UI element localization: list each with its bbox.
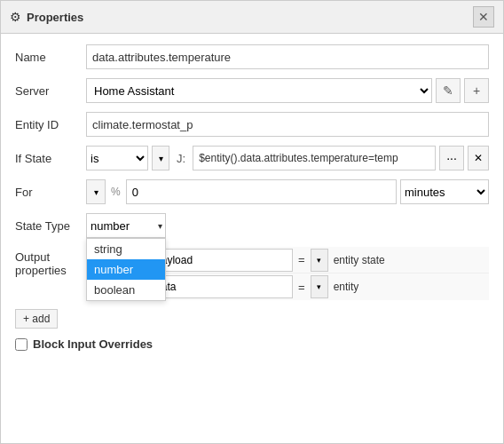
name-label: Name bbox=[15, 51, 86, 64]
block-input-label: Block Input Overrides bbox=[33, 337, 153, 351]
entity-id-label: Entity ID bbox=[15, 118, 86, 131]
panel-header: ⚙ Properties ✕ bbox=[1, 1, 503, 34]
for-arrow-button[interactable]: ▾ bbox=[86, 179, 106, 204]
if-state-row: If State is ▾ J: ··· ✕ bbox=[15, 146, 489, 170]
entity-text-1: entity state bbox=[328, 254, 390, 266]
entity-id-row: Entity ID bbox=[15, 112, 489, 137]
entity-text-2: entity bbox=[328, 281, 365, 293]
state-type-row: State Type number string number boolean bbox=[15, 213, 489, 238]
state-type-container: number string number boolean bbox=[86, 213, 166, 238]
name-input[interactable] bbox=[86, 44, 489, 69]
block-input-label-bold: Input Overrides bbox=[67, 337, 153, 351]
state-type-wrapper: number bbox=[86, 213, 166, 238]
add-button[interactable]: + add bbox=[15, 309, 58, 329]
if-state-more-button[interactable]: ··· bbox=[439, 146, 464, 170]
state-type-select[interactable]: number bbox=[86, 213, 166, 238]
msg-field-2[interactable] bbox=[151, 275, 293, 298]
server-controls: Home Assistant ✎ + bbox=[86, 78, 489, 103]
panel-body: Name Server Home Assistant ✎ + Entity ID… bbox=[1, 34, 503, 361]
properties-panel: ⚙ Properties ✕ Name Server Home Assistan… bbox=[0, 0, 504, 444]
equals-2: = bbox=[293, 281, 311, 294]
if-state-expression-input[interactable] bbox=[193, 146, 436, 170]
for-unit-select[interactable]: minutes bbox=[400, 179, 489, 204]
state-type-dropdown: string number boolean bbox=[86, 238, 166, 301]
if-state-j-symbol: J: bbox=[173, 152, 189, 165]
if-state-clear-button[interactable]: ✕ bbox=[468, 146, 489, 170]
block-input-checkbox[interactable] bbox=[15, 338, 28, 351]
if-state-arrow-down[interactable]: ▾ bbox=[152, 146, 169, 170]
msg-field-1[interactable] bbox=[151, 249, 293, 272]
for-row: For ▾ % minutes bbox=[15, 179, 489, 204]
if-state-controls: is ▾ J: ··· ✕ bbox=[86, 146, 489, 170]
for-label: For bbox=[15, 186, 86, 199]
server-row: Server Home Assistant ✎ + bbox=[15, 78, 489, 103]
if-state-label: If State bbox=[15, 152, 86, 165]
state-type-label: State Type bbox=[15, 219, 86, 233]
entity-arrow-2[interactable]: ▾ bbox=[311, 275, 328, 298]
server-label: Server bbox=[15, 84, 86, 98]
for-input[interactable] bbox=[126, 179, 397, 204]
server-select[interactable]: Home Assistant bbox=[86, 78, 432, 103]
state-type-option-string[interactable]: string bbox=[87, 239, 165, 259]
equals-1: = bbox=[293, 253, 311, 266]
entity-cell-2: ▾ entity bbox=[311, 275, 489, 298]
add-row: + add bbox=[15, 309, 489, 329]
for-controls: ▾ % minutes bbox=[86, 179, 489, 204]
entity-id-input[interactable] bbox=[86, 112, 489, 137]
panel-close-button[interactable]: ✕ bbox=[473, 6, 494, 28]
name-row: Name bbox=[15, 44, 489, 69]
server-add-button[interactable]: + bbox=[464, 78, 489, 103]
server-edit-button[interactable]: ✎ bbox=[436, 78, 461, 103]
block-input-row: Block Input Overrides bbox=[15, 337, 489, 351]
gear-icon: ⚙ bbox=[10, 10, 21, 24]
output-properties-label: Output properties bbox=[15, 247, 86, 277]
panel-title: Properties bbox=[27, 11, 83, 24]
panel-header-left: ⚙ Properties bbox=[10, 10, 83, 24]
percent-symbol: % bbox=[109, 186, 122, 198]
if-state-operator-select[interactable]: is bbox=[86, 146, 148, 170]
entity-arrow-1[interactable]: ▾ bbox=[311, 249, 328, 272]
state-type-option-number[interactable]: number bbox=[87, 259, 165, 280]
entity-cell-1: ▾ entity state bbox=[311, 249, 489, 272]
state-type-option-boolean[interactable]: boolean bbox=[87, 280, 165, 300]
